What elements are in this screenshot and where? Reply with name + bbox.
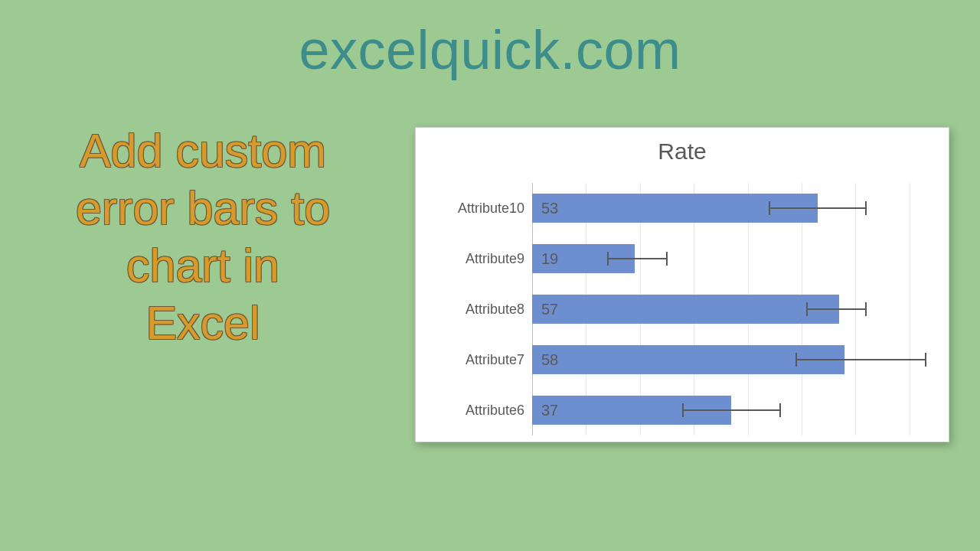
bar-track: 19: [532, 233, 936, 284]
y-tick-label: Attribute9: [428, 251, 532, 267]
chart-row: Attribute857: [428, 284, 936, 334]
bar-track: 58: [532, 334, 936, 385]
chart-row: Attribute758: [428, 334, 936, 385]
error-bar-line: [683, 409, 780, 411]
error-bar-cap: [769, 201, 770, 215]
slide-canvas: excelquick.com Add custom error bars to …: [0, 0, 980, 551]
error-bar-cap: [806, 302, 808, 316]
chart-card: Rate Attribute1053Attribute919Attribute8…: [415, 127, 949, 442]
error-bar-line: [796, 359, 926, 360]
headline-line: Add custom: [80, 125, 326, 177]
y-tick-label: Attribute8: [428, 302, 532, 318]
error-bar-cap: [865, 201, 867, 215]
headline: Add custom error bars to chart in Excel: [0, 122, 406, 352]
error-bar-cap: [682, 403, 684, 417]
chart-title: Rate: [416, 139, 949, 165]
error-bar-cap: [666, 252, 668, 266]
bar-track: 53: [532, 183, 936, 233]
error-bar-line: [769, 207, 867, 209]
error-bar-cap: [925, 353, 926, 367]
data-label: 53: [541, 200, 558, 217]
site-title: excelquick.com: [0, 18, 980, 81]
error-bar-cap: [795, 353, 797, 367]
error-bar-cap: [865, 302, 867, 316]
data-label: 58: [541, 351, 558, 369]
chart-row: Attribute637: [428, 385, 936, 435]
data-label: 19: [541, 250, 558, 268]
chart-row: Attribute1053: [428, 183, 936, 233]
chart-row: Attribute919: [428, 233, 936, 284]
bar-track: 57: [532, 284, 936, 334]
headline-line: Excel: [145, 297, 260, 349]
plot-area: Attribute1053Attribute919Attribute857Att…: [428, 183, 936, 435]
error-bar-cap: [779, 403, 781, 417]
y-tick-label: Attribute6: [428, 403, 532, 419]
error-bar-cap: [607, 252, 609, 266]
y-tick-label: Attribute10: [428, 201, 532, 217]
error-bar-line: [807, 308, 866, 310]
bar: 57: [532, 295, 839, 324]
error-bar-line: [608, 258, 667, 259]
headline-line: chart in: [126, 240, 279, 292]
bar-track: 37: [532, 385, 936, 435]
headline-line: error bars to: [76, 182, 330, 234]
y-tick-label: Attribute7: [428, 352, 532, 368]
data-label: 37: [541, 402, 558, 419]
data-label: 57: [541, 301, 558, 318]
